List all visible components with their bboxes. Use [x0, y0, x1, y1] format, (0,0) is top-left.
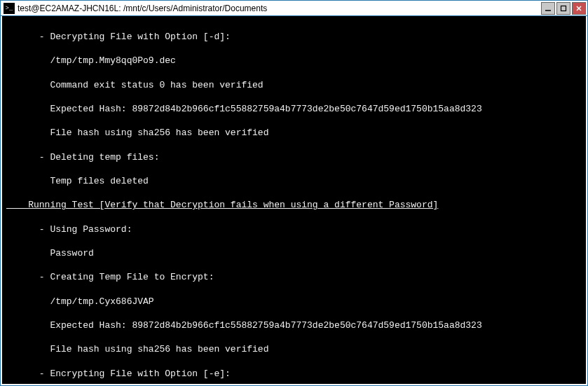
output-line: /tmp/tmp.Cyx686JVAP	[6, 296, 582, 308]
terminal-window: >_ test@EC2AMAZ-JHCN16L: /mnt/c/Users/Ad…	[0, 0, 588, 386]
output-line: Command exit status 0 has been verified	[6, 79, 582, 91]
close-button[interactable]	[572, 2, 586, 15]
output-line: - Deleting temp files:	[6, 151, 582, 163]
output-line: Temp files deleted	[6, 175, 582, 187]
terminal-body[interactable]: - Decrypting File with Option [-d]: /tmp…	[1, 16, 587, 385]
window-title: test@EC2AMAZ-JHCN16L: /mnt/c/Users/Admin…	[18, 4, 541, 13]
output-line: - Decrypting File with Option [-d]:	[6, 31, 582, 43]
output-line: File hash using sha256 has been verified	[6, 343, 582, 355]
output-line: - Using Password:	[6, 223, 582, 235]
output-line: Expected Hash: 89872d84b2b966cf1c5588275…	[6, 319, 582, 331]
test-header: Running Test [Verify that Decryption fai…	[6, 199, 582, 211]
output-line: Expected Hash: 89872d84b2b966cf1c5588275…	[6, 103, 582, 115]
titlebar[interactable]: >_ test@EC2AMAZ-JHCN16L: /mnt/c/Users/Ad…	[1, 1, 587, 16]
output-line: Password	[6, 247, 582, 259]
svg-rect-1	[561, 6, 566, 11]
output-line: - Encrypting File with Option [-e]:	[6, 368, 582, 380]
window-controls	[541, 2, 586, 15]
maximize-button[interactable]	[556, 2, 570, 15]
output-line: File hash using sha256 has been verified	[6, 127, 582, 139]
output-line: /tmp/tmp.Mmy8qq0Po9.dec	[6, 55, 582, 67]
terminal-icon: >_	[4, 3, 15, 14]
minimize-button[interactable]	[541, 2, 555, 15]
output-line: - Creating Temp File to Encrypt:	[6, 271, 582, 283]
